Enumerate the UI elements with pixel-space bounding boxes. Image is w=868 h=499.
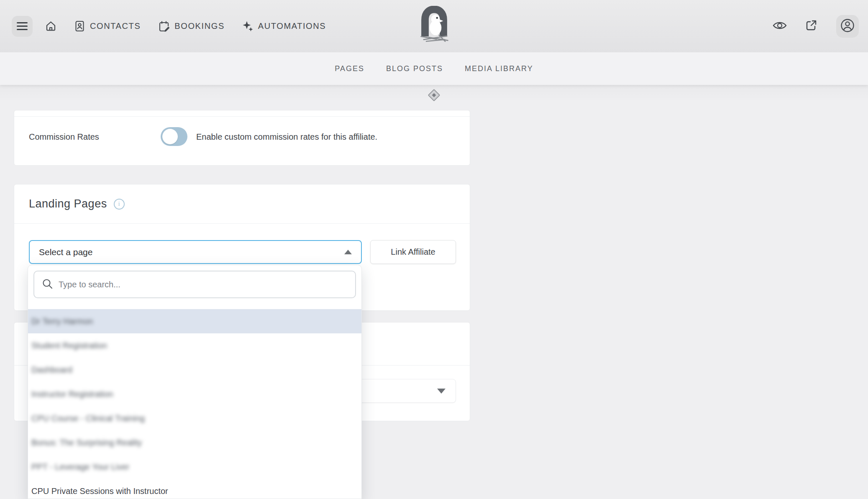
commission-rates-label: Commission Rates (29, 132, 99, 142)
search-input[interactable] (59, 280, 348, 289)
menu-button[interactable] (12, 16, 33, 37)
nav-automations-label: AUTOMATIONS (258, 21, 326, 31)
top-navbar: CONTACTS BOOKINGS AUTOMATIONS (0, 0, 868, 52)
commission-rates-card: Commission Rates Enable custom commissio… (14, 110, 470, 166)
link-affiliate-button[interactable]: Link Affiliate (370, 240, 456, 264)
page-option[interactable]: Bonus: The Surprising Reality (28, 430, 361, 455)
user-circle-icon (840, 18, 855, 35)
page-select-dropdown: Dr Terry Harmon Student Registration Das… (28, 265, 362, 499)
page-select-value: Select a page (39, 247, 92, 257)
page-select[interactable]: Select a page (29, 240, 362, 264)
nav-contacts-label: CONTACTS (90, 21, 141, 31)
divider (14, 223, 470, 224)
brand-logo[interactable] (420, 6, 449, 44)
search-icon (42, 278, 53, 291)
page-option[interactable]: Student Registration (28, 333, 361, 358)
toggle-knob (162, 129, 178, 144)
contacts-book-icon (74, 20, 85, 32)
dropdown-search-box (33, 271, 356, 298)
bird-in-nest-n-logo-icon (420, 38, 449, 45)
page-option[interactable]: PPT - Leverage Your Liver (28, 455, 361, 479)
hamburger-icon (17, 22, 28, 30)
link-affiliate-label: Link Affiliate (391, 247, 435, 257)
open-external-button[interactable] (805, 19, 818, 33)
page-option[interactable]: Instructor Registration (28, 382, 361, 406)
external-link-icon (805, 19, 818, 33)
site-builder-subnav: PAGES BLOG POSTS MEDIA LIBRARY (0, 52, 868, 85)
commission-toggle-description: Enable custom commission rates for this … (196, 132, 377, 142)
tab-pages[interactable]: PAGES (335, 64, 364, 73)
nav-bookings[interactable]: BOOKINGS (158, 20, 225, 32)
diamond-ornament-icon (428, 89, 440, 102)
page-option[interactable]: CPU Course - Clinical Training (28, 406, 361, 430)
page-option[interactable]: Dr Terry Harmon (28, 309, 361, 333)
home-icon (45, 20, 56, 32)
nav-automations[interactable]: AUTOMATIONS (242, 20, 326, 32)
page-option[interactable]: Dashboard (28, 358, 361, 382)
account-button[interactable] (836, 15, 859, 38)
tab-blog-posts[interactable]: BLOG POSTS (386, 64, 443, 73)
chevron-down-icon (437, 389, 446, 394)
info-icon[interactable]: i (114, 199, 125, 210)
sparkles-icon (242, 20, 253, 32)
eye-icon (773, 20, 787, 32)
chevron-up-icon (344, 250, 352, 254)
page-option-list: Dr Terry Harmon Student Registration Das… (28, 309, 361, 499)
nav-contacts[interactable]: CONTACTS (74, 20, 141, 32)
calendar-edit-icon (158, 20, 170, 32)
divider (14, 116, 470, 117)
tab-media-library[interactable]: MEDIA LIBRARY (465, 64, 533, 73)
page-option[interactable]: CPU Private Sessions with Instructor (28, 479, 361, 499)
landing-pages-title: Landing Pages (29, 197, 107, 210)
nav-home[interactable] (45, 20, 56, 32)
commission-toggle[interactable] (161, 127, 187, 146)
preview-button[interactable] (773, 20, 787, 32)
nav-bookings-label: BOOKINGS (174, 21, 225, 31)
